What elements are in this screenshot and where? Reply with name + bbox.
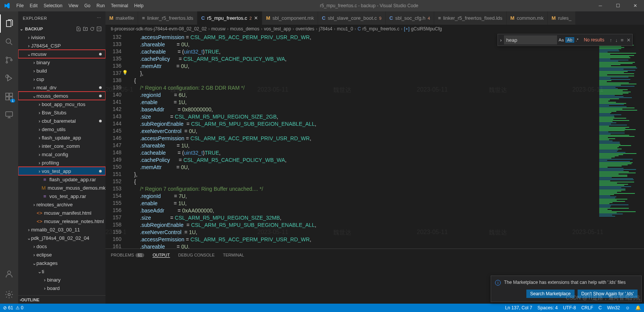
tree-item[interactable]: ›binary <box>18 276 105 284</box>
crumb-segment[interactable]: ti-processor-sdk-rtos-j784s4-evm-08_02_0… <box>111 26 207 32</box>
crumb-segment[interactable]: j784s4 <box>319 26 332 32</box>
code-content[interactable]: .accessPermission = CSL_ARM_R5_ACC_PERM_… <box>128 33 598 249</box>
tree-item[interactable]: ›flash_update_app <box>18 133 105 142</box>
tree-item[interactable]: ›csp <box>18 75 105 83</box>
panel-tab-output[interactable]: OUTPUT <box>153 253 170 258</box>
status-spaces[interactable]: Spaces: 4 <box>537 305 557 310</box>
menu-go[interactable]: Go <box>81 3 93 8</box>
tree-item[interactable]: ›demo_utils <box>18 125 105 133</box>
panel-tab-problems[interactable]: PROBLEMS61 <box>111 253 144 257</box>
tree-item[interactable]: <>mcusw_release_notes.html <box>18 217 105 225</box>
tree-item[interactable]: ›cbuf_baremetal <box>18 117 105 125</box>
tree-item[interactable]: ›ivision <box>18 33 105 41</box>
close-button[interactable]: ✕ <box>627 0 644 11</box>
editor-tab[interactable]: Mrules_ <box>548 11 575 25</box>
outline-section[interactable]: › OUTLINE <box>18 295 105 304</box>
editor-tab[interactable]: Cr5_mpu_freertos.c2✕ <box>197 11 262 25</box>
minimize-button[interactable]: ─ <box>592 0 609 11</box>
remote-activity-icon[interactable] <box>0 106 18 124</box>
tree-item[interactable]: ≡vos_test_app.rar <box>18 192 105 200</box>
editor-tab[interactable]: Msbl_component.mk <box>262 11 318 25</box>
feedback-icon[interactable]: ☺ <box>625 305 630 310</box>
tree-item[interactable]: ›profiling <box>18 158 105 167</box>
settings-activity-icon[interactable] <box>0 285 18 304</box>
notifications-icon[interactable]: 🔔 <box>635 305 641 310</box>
next-match-icon[interactable]: ↓ <box>614 37 619 43</box>
status-eol[interactable]: CRLF <box>581 305 593 310</box>
editor-tab[interactable]: ≡linker_r5_freertos.lds <box>138 11 197 25</box>
tree-item[interactable]: ›mcal_drv <box>18 83 105 92</box>
match-case-toggle[interactable]: Aa <box>557 38 565 42</box>
tab-close-icon[interactable]: ✕ <box>254 15 258 21</box>
editor-area[interactable]: 1321331341351361371381391401411421431441… <box>105 33 644 249</box>
tree-item[interactable]: ›mcal_config <box>18 150 105 158</box>
tree-item[interactable]: ⌄ti <box>18 267 105 276</box>
workspace-root[interactable]: ⌄ BACKUP <box>18 25 105 33</box>
crumb-segment[interactable]: overrides <box>296 26 314 32</box>
status-errors[interactable]: ⊘ 61 <box>3 305 13 310</box>
tree-item[interactable]: ›binary <box>18 58 105 67</box>
tree-item[interactable]: ›eclipse <box>18 250 105 259</box>
crumb-segment[interactable]: vos_test_app <box>264 26 291 32</box>
status-cursor[interactable]: Ln 137, Col 7 <box>505 305 532 310</box>
find-input[interactable] <box>504 35 557 44</box>
tree-item[interactable]: ›Bsw_Stubs <box>18 108 105 117</box>
lightbulb-icon[interactable]: 💡 <box>122 70 128 75</box>
crumb-segment[interactable]: mcuss_demos <box>230 26 259 32</box>
find-in-selection-icon[interactable]: ≡ <box>619 37 625 43</box>
editor-tab[interactable]: ≡linker_r5_freertos_fixed.lds <box>434 11 507 25</box>
menu-view[interactable]: View <box>65 3 81 8</box>
panel-tab-debug-console[interactable]: DEBUG CONSOLE <box>178 253 215 257</box>
editor-tab[interactable]: Csbl_slave_core_boot.c9 <box>318 11 386 25</box>
menu-selection[interactable]: Selection <box>41 3 65 8</box>
crumb-segment[interactable]: mcusw <box>211 26 225 32</box>
editor-tab[interactable]: Mmakefile <box>105 11 138 25</box>
prev-match-icon[interactable]: ↑ <box>608 37 614 43</box>
crumb-file[interactable]: r5_mpu_freertos.c <box>362 26 399 32</box>
new-folder-icon[interactable] <box>83 26 88 32</box>
collapse-icon[interactable] <box>96 26 102 32</box>
tree-item[interactable]: ›docs <box>18 242 105 250</box>
dont-show-again-button[interactable]: Don't Show Again for '.lds' <box>578 290 638 298</box>
menu-help[interactable]: Help <box>131 3 147 8</box>
extensions-activity-icon[interactable]: 1 <box>0 87 18 106</box>
tree-item[interactable]: ›board <box>18 284 105 292</box>
search-activity-icon[interactable] <box>0 33 18 51</box>
status-encoding[interactable]: UTF-8 <box>563 305 576 310</box>
crumb-segment[interactable]: mcu1_0 <box>337 26 353 32</box>
maximize-button[interactable]: ☐ <box>609 0 627 11</box>
status-warnings[interactable]: ⚠ 0 <box>16 305 24 310</box>
close-find-icon[interactable]: ✕ <box>625 37 632 43</box>
more-icon[interactable]: ⋯ <box>97 16 101 21</box>
tree-item[interactable]: ›boot_app_mcu_rtos <box>18 100 105 108</box>
tree-item[interactable]: ⌄mcusw <box>18 50 105 58</box>
menu-terminal[interactable]: Terminal <box>108 3 131 8</box>
status-language[interactable]: C <box>598 305 602 310</box>
minimap[interactable] <box>598 33 644 249</box>
tree-item[interactable]: <>mcusw_manifest.html <box>18 209 105 217</box>
tree-item[interactable]: ⌄packages <box>18 259 105 267</box>
search-marketplace-button[interactable]: Search Marketplace <box>526 290 575 298</box>
refresh-icon[interactable] <box>90 26 95 32</box>
tree-item[interactable]: ⌄pdk_j784s4_08_02_02_04 <box>18 234 105 242</box>
tree-item[interactable]: ›relnotes_archive <box>18 200 105 209</box>
tree-item[interactable]: ⌄mcuss_demos <box>18 92 105 100</box>
menu-edit[interactable]: Edit <box>27 3 41 8</box>
tree-item[interactable]: ≡flash_update_app.rar <box>18 175 105 184</box>
tree-item[interactable]: ›mmalib_02_03_00_11 <box>18 225 105 234</box>
tree-item[interactable]: ›build <box>18 67 105 75</box>
breadcrumb[interactable]: ti-processor-sdk-rtos-j784s4-evm-08_02_0… <box>105 25 644 33</box>
editor-tab[interactable]: Csbl_soc_cfg.h4 <box>386 11 434 25</box>
status-os[interactable]: Win32 <box>607 305 620 310</box>
explorer-activity-icon[interactable] <box>0 14 18 33</box>
menu-file[interactable]: File <box>13 3 27 8</box>
new-file-icon[interactable] <box>76 26 81 32</box>
match-word-toggle[interactable]: Ab <box>565 37 574 43</box>
tree-item[interactable]: Mmcusw_mcuss_demos.mk <box>18 184 105 192</box>
menu-run[interactable]: Run <box>93 3 108 8</box>
tree-item[interactable]: ›inter_core_comm <box>18 142 105 150</box>
account-activity-icon[interactable] <box>0 265 18 283</box>
tree-item[interactable]: ›vos_test_app <box>18 167 105 175</box>
scm-activity-icon[interactable] <box>0 51 18 69</box>
crumb-symbol[interactable]: gCslR5MpuCfg <box>411 26 442 32</box>
